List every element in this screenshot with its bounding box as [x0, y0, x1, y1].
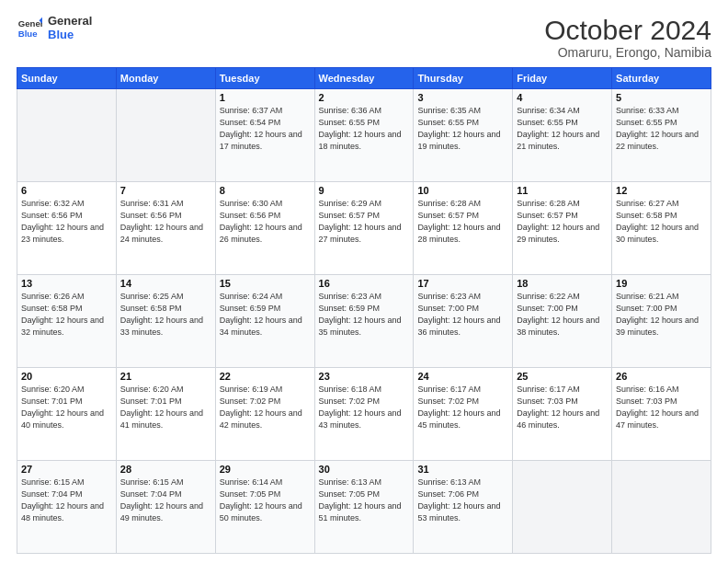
day-info: Sunrise: 6:20 AMSunset: 7:01 PMDaylight:… — [21, 385, 104, 430]
day-number: 5 — [616, 92, 707, 103]
day-info: Sunrise: 6:31 AMSunset: 6:56 PMDaylight:… — [120, 199, 203, 244]
header: General Blue General Blue October 2024 O… — [17, 15, 711, 60]
day-number: 9 — [319, 185, 410, 196]
day-number: 28 — [120, 464, 211, 475]
day-number: 12 — [616, 185, 707, 196]
calendar-cell: 22Sunrise: 6:19 AMSunset: 7:02 PMDayligh… — [215, 368, 314, 461]
calendar-cell: 12Sunrise: 6:27 AMSunset: 6:58 PMDayligh… — [612, 182, 711, 275]
day-number: 21 — [120, 371, 211, 382]
day-info: Sunrise: 6:34 AMSunset: 6:55 PMDaylight:… — [517, 106, 599, 151]
calendar-week-row: 13Sunrise: 6:26 AMSunset: 6:58 PMDayligh… — [17, 275, 711, 368]
day-number: 24 — [417, 371, 508, 382]
page: General Blue General Blue October 2024 O… — [0, 0, 728, 563]
day-number: 8 — [220, 185, 311, 196]
day-number: 15 — [220, 278, 311, 289]
calendar-cell: 17Sunrise: 6:23 AMSunset: 7:00 PMDayligh… — [414, 275, 513, 368]
calendar-cell: 9Sunrise: 6:29 AMSunset: 6:57 PMDaylight… — [314, 182, 414, 275]
calendar-cell: 10Sunrise: 6:28 AMSunset: 6:57 PMDayligh… — [414, 182, 513, 275]
calendar-header-cell: Sunday — [17, 68, 117, 89]
day-number: 27 — [21, 464, 112, 475]
day-number: 17 — [417, 278, 508, 289]
calendar-cell — [17, 89, 117, 182]
svg-text:General: General — [18, 18, 42, 29]
calendar-cell: 19Sunrise: 6:21 AMSunset: 7:00 PMDayligh… — [612, 275, 711, 368]
calendar-cell: 28Sunrise: 6:15 AMSunset: 7:04 PMDayligh… — [116, 461, 215, 554]
day-info: Sunrise: 6:16 AMSunset: 7:03 PMDaylight:… — [616, 385, 699, 430]
day-number: 23 — [319, 371, 410, 382]
calendar-cell: 26Sunrise: 6:16 AMSunset: 7:03 PMDayligh… — [612, 368, 711, 461]
day-info: Sunrise: 6:13 AMSunset: 7:05 PMDaylight:… — [319, 477, 402, 523]
day-number: 31 — [417, 464, 508, 475]
calendar-cell: 14Sunrise: 6:25 AMSunset: 6:58 PMDayligh… — [116, 275, 215, 368]
calendar-table: SundayMondayTuesdayWednesdayThursdayFrid… — [17, 67, 711, 554]
day-number: 19 — [616, 278, 707, 289]
calendar-cell: 15Sunrise: 6:24 AMSunset: 6:59 PMDayligh… — [215, 275, 314, 368]
day-info: Sunrise: 6:15 AMSunset: 7:04 PMDaylight:… — [120, 477, 203, 523]
calendar-cell: 7Sunrise: 6:31 AMSunset: 6:56 PMDaylight… — [116, 182, 215, 275]
day-info: Sunrise: 6:27 AMSunset: 6:58 PMDaylight:… — [616, 199, 699, 244]
subtitle: Omaruru, Erongo, Namibia — [544, 45, 711, 60]
day-info: Sunrise: 6:30 AMSunset: 6:56 PMDaylight:… — [220, 199, 302, 244]
calendar-week-row: 20Sunrise: 6:20 AMSunset: 7:01 PMDayligh… — [17, 368, 711, 461]
day-info: Sunrise: 6:33 AMSunset: 6:55 PMDaylight:… — [616, 106, 699, 151]
day-number: 11 — [517, 185, 608, 196]
day-info: Sunrise: 6:17 AMSunset: 7:03 PMDaylight:… — [517, 385, 599, 430]
day-number: 25 — [517, 371, 608, 382]
calendar-cell: 30Sunrise: 6:13 AMSunset: 7:05 PMDayligh… — [314, 461, 414, 554]
calendar-cell: 1Sunrise: 6:37 AMSunset: 6:54 PMDaylight… — [215, 89, 314, 182]
main-title: October 2024 — [544, 15, 711, 45]
calendar-cell — [116, 89, 215, 182]
day-number: 20 — [21, 371, 112, 382]
day-info: Sunrise: 6:15 AMSunset: 7:04 PMDaylight:… — [21, 477, 104, 523]
calendar-header-cell: Tuesday — [215, 68, 314, 89]
day-number: 16 — [319, 278, 410, 289]
day-info: Sunrise: 6:24 AMSunset: 6:59 PMDaylight:… — [220, 292, 302, 337]
day-number: 29 — [220, 464, 311, 475]
day-info: Sunrise: 6:28 AMSunset: 6:57 PMDaylight:… — [417, 199, 500, 244]
day-info: Sunrise: 6:14 AMSunset: 7:05 PMDaylight:… — [220, 477, 302, 523]
calendar-cell: 29Sunrise: 6:14 AMSunset: 7:05 PMDayligh… — [215, 461, 314, 554]
day-number: 6 — [21, 185, 112, 196]
calendar-cell — [612, 461, 711, 554]
day-number: 14 — [120, 278, 211, 289]
calendar-cell: 2Sunrise: 6:36 AMSunset: 6:55 PMDaylight… — [314, 89, 414, 182]
calendar-header-cell: Saturday — [612, 68, 711, 89]
day-number: 30 — [319, 464, 410, 475]
calendar-week-row: 1Sunrise: 6:37 AMSunset: 6:54 PMDaylight… — [17, 89, 711, 182]
calendar-cell: 6Sunrise: 6:32 AMSunset: 6:56 PMDaylight… — [17, 182, 117, 275]
day-number: 7 — [120, 185, 211, 196]
day-number: 10 — [417, 185, 508, 196]
calendar-header-row: SundayMondayTuesdayWednesdayThursdayFrid… — [17, 68, 711, 89]
day-info: Sunrise: 6:23 AMSunset: 6:59 PMDaylight:… — [319, 292, 402, 337]
logo-blue: Blue — [48, 29, 92, 42]
day-info: Sunrise: 6:23 AMSunset: 7:00 PMDaylight:… — [417, 292, 500, 337]
day-info: Sunrise: 6:19 AMSunset: 7:02 PMDaylight:… — [220, 385, 302, 430]
day-info: Sunrise: 6:21 AMSunset: 7:00 PMDaylight:… — [616, 292, 699, 337]
day-number: 13 — [21, 278, 112, 289]
calendar-cell: 13Sunrise: 6:26 AMSunset: 6:58 PMDayligh… — [17, 275, 117, 368]
day-info: Sunrise: 6:35 AMSunset: 6:55 PMDaylight:… — [417, 106, 500, 151]
day-info: Sunrise: 6:29 AMSunset: 6:57 PMDaylight:… — [319, 199, 402, 244]
day-number: 18 — [517, 278, 608, 289]
calendar-cell: 24Sunrise: 6:17 AMSunset: 7:02 PMDayligh… — [414, 368, 513, 461]
calendar-header-cell: Thursday — [414, 68, 513, 89]
calendar-cell: 11Sunrise: 6:28 AMSunset: 6:57 PMDayligh… — [513, 182, 612, 275]
day-info: Sunrise: 6:26 AMSunset: 6:58 PMDaylight:… — [21, 292, 104, 337]
calendar-week-row: 6Sunrise: 6:32 AMSunset: 6:56 PMDaylight… — [17, 182, 711, 275]
day-info: Sunrise: 6:25 AMSunset: 6:58 PMDaylight:… — [120, 292, 203, 337]
day-number: 26 — [616, 371, 707, 382]
calendar-cell — [513, 461, 612, 554]
calendar-cell: 25Sunrise: 6:17 AMSunset: 7:03 PMDayligh… — [513, 368, 612, 461]
calendar-cell: 4Sunrise: 6:34 AMSunset: 6:55 PMDaylight… — [513, 89, 612, 182]
day-number: 22 — [220, 371, 311, 382]
calendar-header-cell: Monday — [116, 68, 215, 89]
calendar-cell: 27Sunrise: 6:15 AMSunset: 7:04 PMDayligh… — [17, 461, 117, 554]
day-info: Sunrise: 6:37 AMSunset: 6:54 PMDaylight:… — [220, 106, 302, 151]
calendar-cell: 20Sunrise: 6:20 AMSunset: 7:01 PMDayligh… — [17, 368, 117, 461]
calendar-cell: 21Sunrise: 6:20 AMSunset: 7:01 PMDayligh… — [116, 368, 215, 461]
day-number: 4 — [517, 92, 608, 103]
calendar-cell: 8Sunrise: 6:30 AMSunset: 6:56 PMDaylight… — [215, 182, 314, 275]
logo-general: General — [48, 15, 92, 29]
day-info: Sunrise: 6:13 AMSunset: 7:06 PMDaylight:… — [417, 477, 500, 523]
day-info: Sunrise: 6:17 AMSunset: 7:02 PMDaylight:… — [417, 385, 500, 430]
